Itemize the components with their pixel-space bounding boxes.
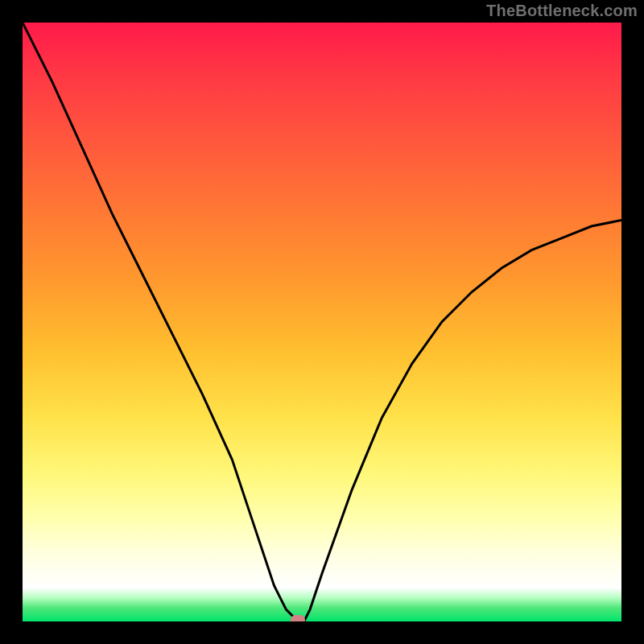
gradient-background	[23, 23, 621, 588]
plot-area	[23, 23, 621, 621]
green-band	[23, 588, 621, 621]
attribution-label: TheBottleneck.com	[486, 2, 638, 20]
optimal-marker	[291, 615, 305, 621]
chart-frame: TheBottleneck.com	[0, 0, 644, 644]
